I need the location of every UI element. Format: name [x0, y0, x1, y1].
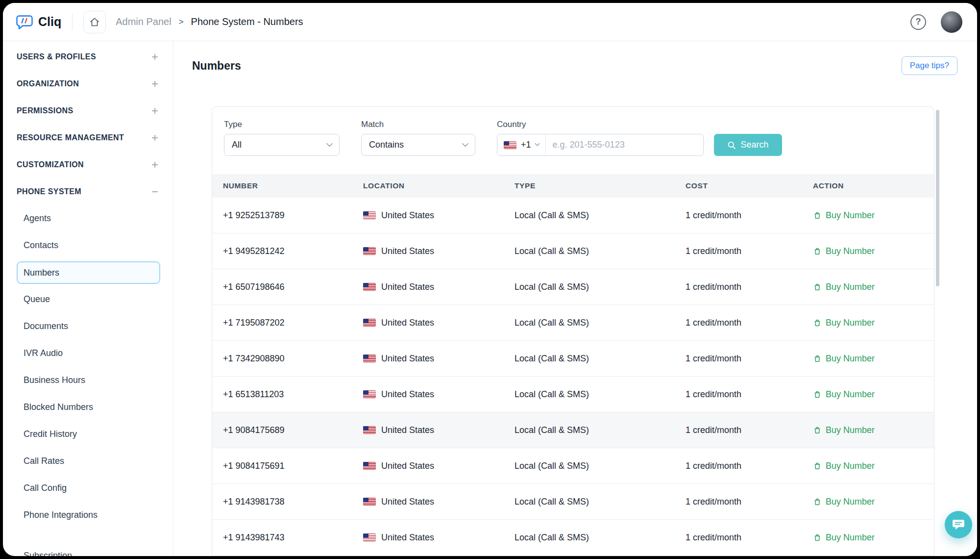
sidebar-section-resource-management[interactable]: RESOURCE MANAGEMENT+: [3, 124, 173, 151]
buy-number-button[interactable]: Buy Number: [813, 318, 934, 328]
sidebar-item-queue[interactable]: Queue: [3, 286, 173, 313]
number-cell: +1 9143981743: [223, 533, 363, 543]
location-text: United States: [381, 425, 434, 435]
country-code-select[interactable]: +1: [497, 134, 546, 155]
table-row: +1 6507198646United StatesLocal (Call & …: [212, 269, 934, 305]
number-cell: +1 9143981738: [223, 497, 363, 507]
type-select-value: All: [232, 140, 242, 150]
location-cell: United States: [363, 389, 514, 400]
buy-number-button[interactable]: Buy Number: [813, 425, 934, 435]
sidebar-section-label: PHONE SYSTEM: [17, 187, 81, 196]
number-cell: +1 9084175689: [223, 425, 363, 435]
country-filter: Country +1: [497, 120, 704, 156]
chat-widget-button[interactable]: [945, 511, 972, 538]
sidebar-section-permissions[interactable]: PERMISSIONS+: [3, 97, 173, 124]
buy-number-label: Buy Number: [826, 318, 875, 328]
sidebar-item-phone-integrations[interactable]: Phone Integrations: [3, 502, 173, 529]
buy-number-button[interactable]: Buy Number: [813, 210, 934, 221]
buy-number-label: Buy Number: [826, 282, 875, 292]
chat-icon: [952, 518, 965, 531]
buy-number-button[interactable]: Buy Number: [813, 246, 934, 256]
sidebar-item-numbers[interactable]: Numbers: [17, 261, 160, 284]
match-select[interactable]: Contains: [361, 134, 475, 156]
window-frame: Cliq Admin Panel > Phone System - Number…: [0, 0, 980, 559]
expand-icon[interactable]: +: [151, 159, 158, 171]
buy-number-label: Buy Number: [826, 246, 875, 256]
sidebar-item-ivr-audio[interactable]: IVR Audio: [3, 340, 173, 367]
location-cell: United States: [363, 461, 514, 471]
type-cell: Local (Call & SMS): [514, 318, 686, 328]
search-button-label: Search: [740, 140, 768, 150]
body: USERS & PROFILES+ORGANIZATION+PERMISSION…: [3, 41, 977, 556]
sidebar-section-label: USERS & PROFILES: [17, 52, 96, 61]
help-button[interactable]: ?: [910, 14, 926, 30]
us-flag-icon: [363, 390, 376, 398]
expand-icon[interactable]: +: [151, 78, 158, 90]
sidebar-item-business-hours[interactable]: Business Hours: [3, 367, 173, 394]
sidebar-item-call-rates[interactable]: Call Rates: [3, 448, 173, 475]
top-bar: Cliq Admin Panel > Phone System - Number…: [3, 3, 977, 41]
sidebar-section-users-profiles[interactable]: USERS & PROFILES+: [3, 43, 173, 70]
expand-icon[interactable]: +: [151, 105, 158, 117]
sidebar-section-customization[interactable]: CUSTOMIZATION+: [3, 151, 173, 178]
collapse-icon[interactable]: −: [151, 186, 158, 198]
buy-number-button[interactable]: Buy Number: [813, 282, 934, 292]
title-row: Numbers Page tips?: [192, 56, 957, 75]
cost-cell: 1 credit/month: [686, 497, 813, 507]
sidebar-item-agents[interactable]: Agents: [3, 205, 173, 232]
scrollbar-thumb[interactable]: [936, 110, 939, 286]
breadcrumb-admin-panel[interactable]: Admin Panel: [116, 16, 171, 27]
table-body: +1 9252513789United StatesLocal (Call & …: [212, 198, 934, 556]
buy-number-button[interactable]: Buy Number: [813, 354, 934, 364]
type-cell: Local (Call & SMS): [514, 354, 686, 364]
type-cell: Local (Call & SMS): [514, 497, 686, 507]
buy-number-button[interactable]: Buy Number: [813, 461, 934, 471]
buy-number-icon: [813, 354, 822, 363]
sidebar-section-label: ORGANIZATION: [17, 79, 79, 88]
buy-number-icon: [813, 247, 822, 255]
us-flag-icon: [363, 426, 376, 434]
sidebar-section-organization[interactable]: ORGANIZATION+: [3, 70, 173, 97]
sidebar-item-blocked-numbers[interactable]: Blocked Numbers: [3, 394, 173, 421]
sidebar-item-call-config[interactable]: Call Config: [3, 475, 173, 502]
sidebar-item-contacts[interactable]: Contacts: [3, 232, 173, 259]
sidebar-sections: USERS & PROFILES+ORGANIZATION+PERMISSION…: [3, 43, 173, 205]
table-row: +1 9084175691United StatesLocal (Call & …: [212, 448, 934, 484]
phone-number-input[interactable]: [546, 134, 703, 155]
search-button[interactable]: Search: [714, 134, 782, 156]
search-icon: [727, 141, 736, 150]
us-flag-icon: [504, 141, 516, 149]
type-select[interactable]: All: [224, 134, 340, 156]
avatar[interactable]: [941, 11, 962, 33]
numbers-panel: Type All Match Contains: [212, 106, 934, 556]
buy-number-button[interactable]: Buy Number: [813, 533, 934, 543]
buy-number-icon: [813, 497, 822, 506]
us-flag-icon: [363, 211, 376, 219]
location-text: United States: [381, 354, 434, 364]
location-cell: United States: [363, 425, 514, 435]
page-tips-button[interactable]: Page tips?: [902, 56, 957, 75]
expand-icon[interactable]: +: [151, 132, 158, 144]
buy-number-label: Buy Number: [826, 389, 875, 400]
sidebar-section-phone-system[interactable]: PHONE SYSTEM−: [3, 178, 173, 205]
location-cell: United States: [363, 533, 514, 543]
buy-number-button[interactable]: Buy Number: [813, 497, 934, 507]
table-row: +1 7195087202United StatesLocal (Call & …: [212, 305, 934, 341]
sidebar-item-documents[interactable]: Documents: [3, 313, 173, 340]
sidebar-item-subscription[interactable]: Subscription: [3, 542, 173, 556]
divider: [72, 14, 73, 30]
chevron-down-icon: [462, 140, 468, 147]
brand[interactable]: Cliq: [16, 14, 61, 30]
country-control: +1: [497, 134, 704, 156]
number-cell: +1 9495281242: [223, 246, 363, 256]
buy-number-label: Buy Number: [826, 497, 875, 507]
location-text: United States: [381, 461, 434, 471]
cliq-logo-icon: [16, 14, 33, 30]
sidebar-item-credit-history[interactable]: Credit History: [3, 421, 173, 448]
home-button[interactable]: [83, 11, 106, 33]
table-row: +1 9143981743United StatesLocal (Call & …: [212, 520, 934, 556]
sidebar: USERS & PROFILES+ORGANIZATION+PERMISSION…: [3, 41, 173, 556]
expand-icon[interactable]: +: [151, 51, 158, 63]
location-text: United States: [381, 497, 434, 507]
buy-number-button[interactable]: Buy Number: [813, 389, 934, 400]
